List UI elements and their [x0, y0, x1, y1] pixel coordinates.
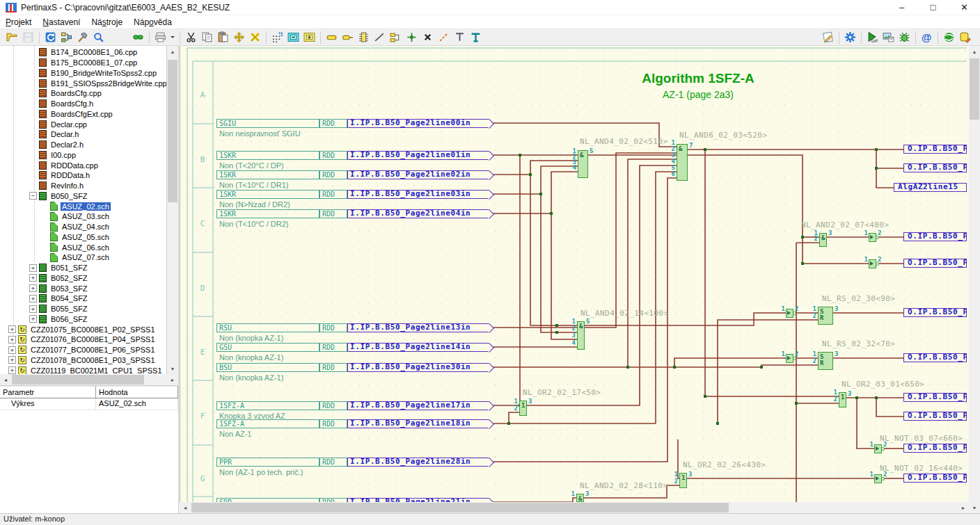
input-signal-name[interactable]: RSU	[216, 323, 319, 332]
net-label-icon[interactable]	[388, 30, 404, 45]
tree-item-asuz-07-sch[interactable]: ASUZ_07.sch	[0, 252, 166, 263]
input-signal-name[interactable]: GSU	[216, 343, 319, 352]
copy-icon[interactable]	[199, 30, 215, 45]
input-signal-name[interactable]: 1SKR	[216, 209, 319, 218]
print-icon[interactable]	[152, 30, 168, 45]
tree-item-czz01075-bc0008e1-p02-spss1[interactable]: +↻CZZ01075_BC0008E1_P02_SPSS1	[0, 324, 166, 334]
tree-item-i00-cpp[interactable]: I00.cpp	[0, 150, 166, 161]
output-flag[interactable]: O.IP.B.B50_P	[903, 393, 967, 402]
input-signal-type[interactable]: RDD	[319, 323, 347, 332]
delete-star-icon[interactable]	[247, 30, 263, 45]
web-globe-icon[interactable]	[941, 30, 957, 45]
menu-projekt[interactable]: Projekt	[0, 16, 37, 29]
at-mail-icon[interactable]: @	[919, 30, 935, 45]
refresh-icon[interactable]	[42, 30, 58, 45]
gear-icon[interactable]	[842, 30, 858, 45]
tree-item-czz01078-bc0008e1-p03-spss1[interactable]: +↻CZZ01078_BC0008E1_P03_SPSS1	[0, 355, 166, 366]
input-flag[interactable]: I.IP.B.B50_Page2line30in	[347, 363, 489, 372]
inverter-gate[interactable]	[874, 444, 882, 453]
grid-icon[interactable]	[269, 30, 285, 45]
tree-item-revinfo-h[interactable]: RevInfo.h	[0, 181, 166, 191]
project-tree-panel[interactable]: B174_BC0008E1_06.cppB175_BC0008E1_07.cpp…	[0, 46, 167, 374]
save-icon[interactable]	[20, 30, 36, 45]
input-signal-type[interactable]: RDD	[319, 190, 347, 199]
tree-item-b050-sfz[interactable]: −B050_SFZ	[0, 191, 166, 202]
close-button[interactable]: ✕	[949, 0, 980, 15]
input-signal-type[interactable]: RDD	[319, 458, 347, 467]
tree-item-b174-bc0008e1-06-cpp[interactable]: B174_BC0008E1_06.cpp	[0, 47, 166, 58]
input-signal-name[interactable]: 1SKR	[216, 190, 319, 199]
menu-nastaven[interactable]: Nastavení	[37, 16, 86, 29]
search-icon[interactable]	[90, 30, 106, 45]
menu-nstroje[interactable]: Nástroje	[86, 16, 128, 29]
tree-item-asuz-06-sch[interactable]: ASUZ_06.sch	[0, 242, 166, 252]
inverter-gate[interactable]	[874, 474, 882, 483]
output-flag[interactable]: O.IP.B.B50_P	[903, 259, 967, 268]
input-flag[interactable]: I.IP.B.B50_Page2line02in	[347, 170, 489, 179]
input-flag[interactable]: I.IP.B.B50_Page2line18in	[347, 419, 489, 428]
tree-expander[interactable]: +	[29, 284, 37, 292]
output-flag[interactable]: O.IP.B.B50_P	[903, 232, 967, 241]
input-signal-type[interactable]: RDD	[319, 170, 347, 179]
input-flag[interactable]: I.IP.B.B50_Page2line01in	[347, 151, 489, 160]
tree-expander[interactable]: +	[29, 264, 37, 272]
tree-item-asuz-02-sch[interactable]: ASUZ_02.sch	[0, 201, 166, 211]
output-flag[interactable]: O.IP.B.B50_P	[903, 412, 967, 421]
canvas-vscrollbar[interactable]: ▲ ▼	[969, 46, 980, 513]
canvas-scroll-right[interactable]: ►	[958, 502, 969, 513]
output-flag[interactable]: O.IP.B.B50_P	[903, 163, 967, 172]
output-flag[interactable]: AlgAZ2line15	[894, 183, 967, 192]
tree-item-asuz-04-sch[interactable]: ASUZ_04.sch	[0, 222, 166, 232]
inverter-gate[interactable]	[869, 259, 876, 268]
tree-item-b051-sfz[interactable]: +B051_SFZ	[0, 263, 166, 273]
tree-expander[interactable]: −	[29, 192, 37, 200]
input-flag[interactable]: I.IP.B.B50_Page2line17in	[347, 401, 489, 410]
tree-expander[interactable]: +	[8, 356, 16, 364]
tree-scroll-up[interactable]: ▲	[167, 46, 178, 57]
tree-item-boardscfg-cpp[interactable]: BoardsCfg.cpp	[0, 88, 166, 99]
tree-item-b190-bridgewritetospss2-cpp[interactable]: B190_BridgeWriteToSpss2.cpp	[0, 68, 166, 79]
debug-bug-icon[interactable]	[896, 30, 912, 45]
input-signal-name[interactable]: 1SKR	[216, 170, 319, 179]
canvas-hscroll-thumb[interactable]	[191, 503, 729, 512]
tree-item-b052-sfz[interactable]: +B052_SFZ	[0, 273, 166, 284]
input-signal-name[interactable]: 1SFZ-A	[216, 401, 319, 410]
canvas-scroll-down[interactable]: ▼	[969, 502, 980, 513]
tree-hscroll-thumb[interactable]	[12, 375, 144, 385]
input-flag[interactable]: I.IP.B.B50_Page2line00in	[347, 119, 489, 128]
maximize-button[interactable]: □	[917, 0, 949, 15]
tree-item-rdddata-h[interactable]: RDDData.h	[0, 170, 166, 181]
value-col-header[interactable]: Hodnota	[96, 386, 178, 398]
export-image-icon[interactable]	[880, 30, 896, 45]
minimize-button[interactable]: –	[886, 0, 917, 15]
output-flag[interactable]: O.IP.B.B50_P	[903, 444, 967, 453]
tree-item-declar2-h[interactable]: Declar2.h	[0, 140, 166, 150]
pin-icon[interactable]	[324, 30, 340, 45]
tree-item-rdddata-cpp[interactable]: RDDData.cpp	[0, 160, 166, 170]
tree-item-b055-sfz[interactable]: +B055_SFZ	[0, 304, 166, 314]
tree-scroll-right[interactable]: ►	[167, 374, 178, 385]
delete-x-icon[interactable]	[420, 30, 436, 45]
menu-npovda[interactable]: Nápověda	[128, 16, 177, 29]
link-toggle-icon[interactable]	[130, 30, 146, 45]
tree-item-boardscfg-h[interactable]: BoardsCfg.h	[0, 99, 166, 109]
tree-vscroll-thumb[interactable]	[168, 60, 177, 202]
input-signal-type[interactable]: RDD	[319, 151, 347, 160]
tree-item-asuz-03-sch[interactable]: ASUZ_03.sch	[0, 211, 166, 222]
tree-item-czz01076-bc0008e1-p04-spss1[interactable]: +↻CZZ01076_BC0008E1_P04_SPSS1	[0, 334, 166, 345]
zoom-in-icon[interactable]	[301, 30, 317, 45]
tree-item-b056-sfz[interactable]: +B056_SFZ	[0, 314, 166, 325]
tree-item-declar-h[interactable]: Declar.h	[0, 129, 166, 140]
project-tree-icon[interactable]	[58, 30, 74, 45]
canvas-vscroll-thumb[interactable]	[970, 58, 979, 120]
tree-expander[interactable]: +	[29, 295, 37, 302]
tree-scroll-down[interactable]: ▼	[167, 363, 178, 374]
tree-item-czz01077-bc0008e1-p06-spss1[interactable]: +↻CZZ01077_BC0008E1_P06_SPSS1	[0, 345, 166, 355]
tree-expander[interactable]: +	[29, 305, 37, 313]
inverter-gate[interactable]	[786, 354, 793, 363]
text-frame-icon[interactable]	[468, 30, 484, 45]
tree-item-b175-bc0008e1-07-cpp[interactable]: B175_BC0008E1_07.cpp	[0, 58, 166, 68]
pin-wire-icon[interactable]	[340, 30, 356, 45]
input-signal-type[interactable]: RDD	[319, 419, 347, 428]
build-hammer-icon[interactable]	[74, 30, 90, 45]
